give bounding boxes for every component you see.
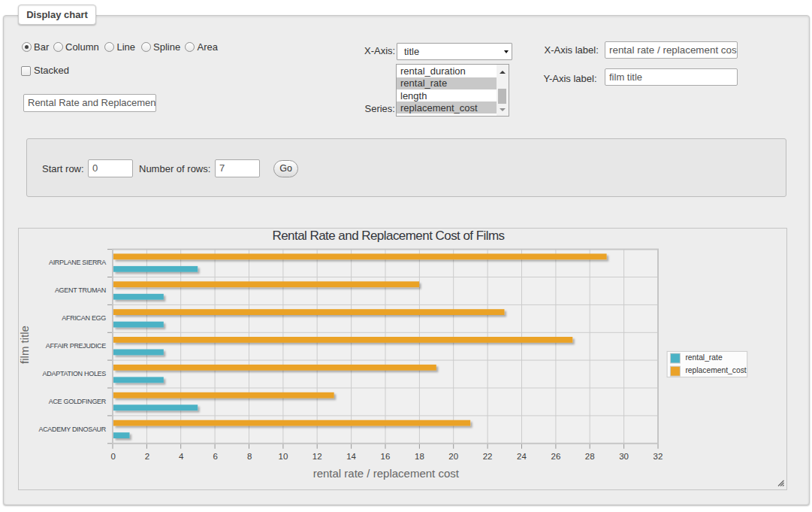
svg-text:20: 20 [448, 452, 458, 461]
svg-text:24: 24 [517, 452, 527, 461]
svg-text:28: 28 [585, 452, 595, 461]
svg-text:26: 26 [551, 452, 561, 461]
svg-text:ACE GOLDFINGER: ACE GOLDFINGER [49, 398, 107, 405]
svg-text:ADAPTATION HOLES: ADAPTATION HOLES [43, 370, 107, 377]
svg-text:8: 8 [247, 452, 252, 461]
svg-text:AGENT TRUMAN: AGENT TRUMAN [55, 286, 106, 294]
svg-text:4: 4 [179, 452, 184, 461]
svg-text:18: 18 [415, 452, 424, 461]
svg-text:0: 0 [110, 452, 115, 461]
svg-text:rental_rate: rental_rate [685, 353, 723, 362]
svg-text:AFRICAN EGG: AFRICAN EGG [62, 314, 106, 322]
svg-text:film title: film title [18, 326, 31, 364]
svg-text:Rental Rate and Replacement Co: Rental Rate and Replacement Cost of Film… [272, 229, 504, 243]
svg-text:ACADEMY DINOSAUR: ACADEMY DINOSAUR [38, 426, 106, 433]
svg-text:32: 32 [654, 452, 663, 461]
svg-text:AFFAIR PREJUDICE: AFFAIR PREJUDICE [46, 342, 107, 350]
svg-text:6: 6 [213, 452, 217, 461]
svg-text:AIRPLANE SIERRA: AIRPLANE SIERRA [49, 259, 106, 266]
svg-text:replacement_cost: replacement_cost [685, 366, 746, 374]
svg-text:2: 2 [145, 452, 149, 461]
svg-text:rental rate / replacement cost: rental rate / replacement cost [313, 467, 460, 480]
svg-text:12: 12 [312, 452, 322, 461]
svg-text:16: 16 [381, 452, 391, 461]
svg-text:14: 14 [346, 452, 356, 461]
svg-text:22: 22 [483, 452, 493, 461]
svg-text:10: 10 [279, 452, 288, 461]
svg-text:30: 30 [619, 452, 629, 461]
